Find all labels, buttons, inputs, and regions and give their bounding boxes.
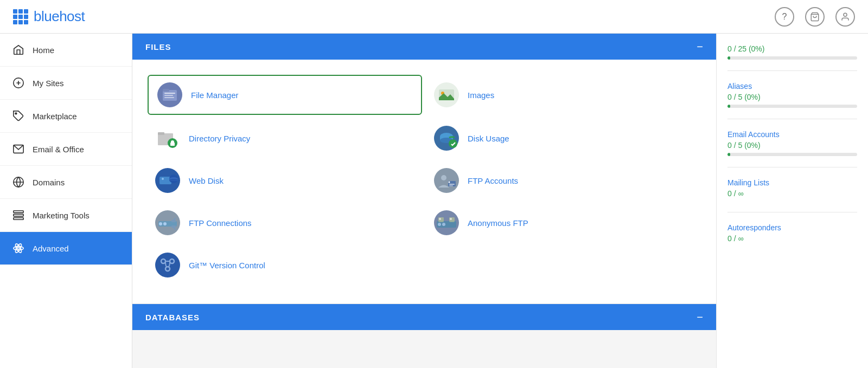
email-accounts-stat-block: Email Accounts 0 / 5 (0%)	[727, 130, 857, 167]
files-section: FILES −	[132, 34, 716, 304]
sidebar-item-email-office-label: Email & Office	[33, 145, 84, 154]
disk-stat-block: 0 / 25 (0%)	[727, 44, 857, 71]
sidebar-item-marketing-tools[interactable]: Marketing Tools	[0, 199, 132, 232]
svg-rect-8	[14, 218, 23, 220]
svg-rect-17	[164, 95, 173, 96]
anonymous-ftp-item[interactable]: Anonymous FTP	[424, 202, 703, 244]
wordpress-icon	[12, 76, 25, 89]
sidebar-item-advanced[interactable]: Advanced	[0, 232, 132, 265]
logo-text: bluehost	[34, 8, 85, 25]
svg-rect-23	[158, 132, 164, 135]
web-disk-label: Web Disk	[189, 176, 224, 185]
sidebar-item-home-label: Home	[33, 46, 54, 55]
svg-rect-18	[164, 97, 174, 98]
images-label: Images	[468, 91, 494, 100]
autoresponders-stat-block: Autoresponders 0 / ∞	[727, 223, 857, 257]
user-button[interactable]	[835, 7, 855, 27]
svg-point-38	[434, 168, 459, 193]
disk-stat-bar	[727, 56, 857, 60]
git-version-control-label: Git™ Version Control	[189, 261, 265, 270]
svg-rect-16	[164, 93, 175, 94]
svg-rect-43	[449, 185, 453, 186]
mailing-lists-stat-value: 0 / ∞	[727, 189, 857, 198]
ftp-accounts-item[interactable]: FTP Accounts	[424, 159, 703, 202]
anonymous-ftp-label: Anonymous FTP	[468, 218, 528, 228]
autoresponders-stat-value: 0 / ∞	[727, 234, 857, 243]
ftp-connections-icon	[154, 209, 181, 236]
disk-usage-label: Disk Usage	[468, 134, 509, 143]
svg-rect-7	[14, 214, 23, 216]
email-accounts-stat-bar-fill	[727, 153, 730, 156]
email-accounts-stat-label: Email Accounts	[727, 130, 857, 139]
cart-button[interactable]	[805, 7, 825, 27]
content-area: FILES −	[132, 34, 716, 368]
files-section-header: FILES −	[132, 34, 716, 60]
email-accounts-stat-bar	[727, 153, 857, 156]
ftp-connections-item[interactable]: FTP Connections	[145, 202, 424, 244]
header-icons: ?	[775, 7, 855, 27]
files-collapse-button[interactable]: −	[697, 41, 703, 52]
databases-section-title: DATABASES	[145, 313, 200, 322]
svg-point-58	[155, 253, 180, 277]
svg-point-57	[450, 218, 452, 220]
directory-privacy-item[interactable]: Directory Privacy	[145, 117, 424, 159]
sidebar-item-marketplace-label: Marketplace	[33, 112, 77, 121]
aliases-stat-bar	[727, 105, 857, 108]
git-version-control-icon	[154, 251, 181, 279]
sidebar-scroll: Home My Sites Marketplace	[0, 34, 132, 368]
svg-point-3	[15, 113, 17, 114]
ftp-accounts-label: FTP Accounts	[468, 176, 518, 185]
main-inner: FILES −	[132, 34, 868, 368]
svg-point-41	[449, 182, 450, 183]
disk-stat-value: 0 / 25 (0%)	[727, 44, 857, 53]
aliases-stat-label: Aliases	[727, 82, 857, 91]
logo[interactable]: bluehost	[13, 8, 85, 25]
svg-point-53	[442, 223, 445, 226]
directory-privacy-label: Directory Privacy	[189, 134, 250, 143]
sidebar-item-advanced-label: Advanced	[33, 244, 69, 253]
atom-icon	[12, 242, 25, 255]
stack-icon	[12, 209, 25, 222]
disk-stat-bar-fill	[727, 56, 730, 60]
sidebar-item-marketplace[interactable]: Marketplace	[0, 100, 132, 133]
email-accounts-stat-value: 0 / 5 (0%)	[727, 141, 857, 150]
sidebar-item-my-sites[interactable]: My Sites	[0, 67, 132, 100]
main-content: FILES −	[132, 34, 868, 368]
file-manager-label: File Manager	[191, 91, 239, 100]
anonymous-ftp-icon	[433, 209, 460, 236]
svg-rect-26	[170, 143, 175, 146]
help-button[interactable]: ?	[775, 7, 794, 27]
tag-icon	[12, 109, 25, 122]
disk-usage-icon	[433, 125, 460, 152]
web-disk-item[interactable]: Web Disk	[145, 159, 424, 202]
web-disk-icon	[154, 167, 181, 194]
svg-point-31	[449, 139, 457, 148]
disk-usage-item[interactable]: Disk Usage	[424, 117, 703, 159]
sidebar-item-domains[interactable]: Domains	[0, 166, 132, 199]
mailing-lists-stat-label: Mailing Lists	[727, 178, 857, 187]
git-version-control-item[interactable]: Git™ Version Control	[145, 244, 424, 286]
logo-grid-icon	[13, 9, 28, 24]
sidebar-item-home[interactable]: Home	[0, 34, 132, 67]
autoresponders-stat-label: Autoresponders	[727, 223, 857, 232]
svg-rect-42	[449, 184, 455, 185]
sidebar-item-domains-label: Domains	[33, 178, 65, 187]
files-section-content: File Manager	[132, 60, 716, 304]
databases-section: DATABASES −	[132, 304, 716, 330]
home-icon	[12, 43, 25, 56]
svg-point-39	[441, 175, 446, 180]
file-manager-item[interactable]: File Manager	[148, 75, 422, 115]
file-manager-icon	[156, 81, 183, 108]
databases-section-header: DATABASES −	[132, 304, 716, 330]
databases-collapse-button[interactable]: −	[697, 312, 703, 322]
svg-rect-48	[171, 220, 176, 222]
layout: Home My Sites Marketplace	[0, 34, 868, 368]
directory-privacy-icon	[154, 125, 181, 152]
sidebar-item-email-office[interactable]: Email & Office	[0, 133, 132, 166]
sidebar-item-my-sites-label: My Sites	[33, 79, 64, 88]
images-item[interactable]: Images	[424, 73, 703, 117]
svg-point-1	[844, 13, 847, 16]
images-icon	[433, 81, 460, 108]
files-section-title: FILES	[145, 42, 171, 51]
files-grid: File Manager	[145, 73, 703, 286]
